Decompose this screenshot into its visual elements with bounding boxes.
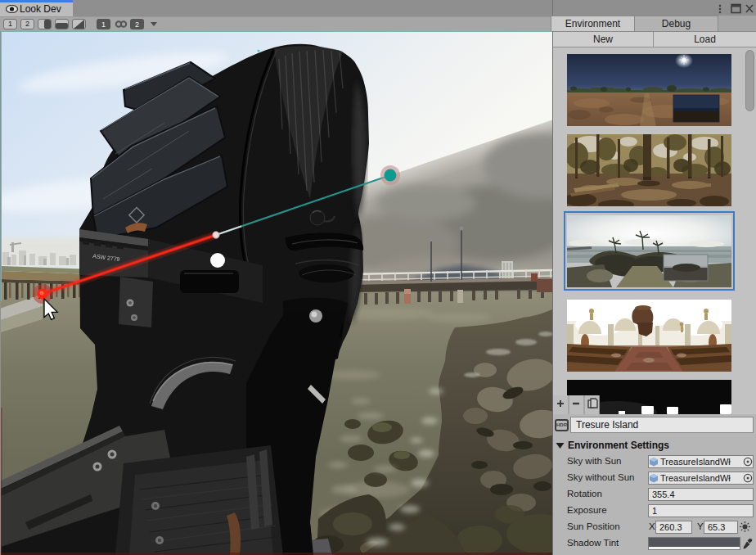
svg-text:2: 2 (135, 20, 139, 29)
svg-text:1: 1 (101, 20, 106, 29)
